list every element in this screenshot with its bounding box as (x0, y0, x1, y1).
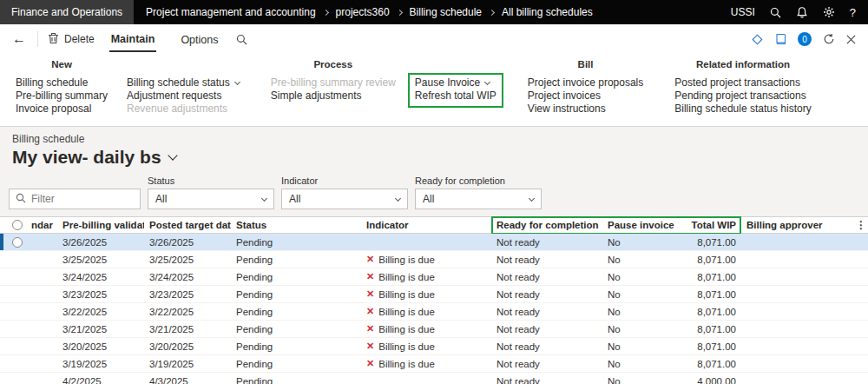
table-row[interactable]: 3/23/20253/23/2025Pending✕Billing is due… (0, 286, 868, 303)
apps-diamond-icon[interactable] (751, 33, 764, 46)
ribbon-item-project-invoice-proposals[interactable]: Project invoice proposals (528, 76, 643, 89)
table-row[interactable]: 3/19/20253/19/2025Pending✕Billing is due… (0, 355, 868, 373)
select-all-radio[interactable] (12, 220, 23, 230)
table-row[interactable]: 3/24/20253/24/2025Pending✕Billing is due… (0, 268, 868, 286)
cell-pause-invoice: No (602, 237, 679, 248)
cell-total-wip: 8,071.00 (679, 255, 741, 265)
indicator-filter-dropdown[interactable]: All (281, 189, 408, 209)
chevron-down-icon (484, 79, 490, 85)
column-header-total-wip[interactable]: Total WIP (679, 220, 741, 230)
ribbon-item-billing-schedule[interactable]: Billing schedule (16, 76, 108, 89)
column-header-indicator[interactable]: Indicator (361, 220, 491, 230)
cell-ready-for-completion: Not ready (491, 376, 602, 384)
table-row[interactable]: 3/22/20253/22/2025Pending✕Billing is due… (0, 303, 868, 321)
filter-bar: Status All Indicator All Ready for compl… (9, 175, 868, 209)
breadcrumb-section[interactable]: Billing schedule (410, 6, 482, 18)
breadcrumb-area[interactable]: projects360 (336, 6, 390, 18)
page-title[interactable]: My view- daily bs (12, 147, 176, 168)
billing-due-x-icon: ✕ (366, 289, 374, 299)
breadcrumb-page[interactable]: All billing schedules (502, 6, 593, 18)
ribbon-item-label: Project invoice proposals (528, 76, 643, 89)
cell-prebilling-validation: 3/22/2025 (57, 307, 144, 317)
help-icon[interactable]: ? (850, 6, 856, 19)
breadcrumb-module[interactable]: Project management and accounting (146, 6, 315, 18)
delete-button[interactable]: Delete (44, 32, 98, 47)
action-search-icon[interactable] (236, 34, 247, 45)
filter-input[interactable] (31, 193, 134, 205)
table-row[interactable]: 3/20/20253/20/2025Pending✕Billing is due… (0, 338, 868, 355)
action-pane-right-icons: 0 (751, 32, 859, 46)
cell-posted-target-date: 3/21/2025 (144, 324, 231, 334)
ribbon-item-view-instructions[interactable]: View instructions (528, 103, 643, 116)
column-header-billing-approver[interactable]: Billing approver (741, 220, 854, 230)
ribbon-item-refresh-total-wip[interactable]: Refresh total WIP (415, 89, 496, 103)
column-header-calendar[interactable]: ndar (30, 220, 57, 230)
cell-prebilling-validation: 3/25/2025 (57, 255, 144, 265)
task-guide-book-icon[interactable] (775, 33, 786, 45)
table-row[interactable]: 4/2/20254/3/2025PendingNot readyNo4,000.… (0, 373, 868, 384)
ribbon-item-label: Billing schedule status history (674, 103, 811, 116)
ribbon-item-label: Refresh total WIP (415, 89, 496, 103)
billing-due-x-icon: ✕ (366, 255, 374, 264)
ribbon-item-simple-adjustments[interactable]: Simple adjustments (271, 89, 396, 103)
column-header-prebilling-validation[interactable]: Pre-billing validatio… (57, 220, 144, 230)
cell-total-wip: 8,071.00 (679, 237, 741, 248)
ribbon-item-project-invoices[interactable]: Project invoices (528, 89, 643, 103)
cell-indicator: ✕Billing is due (361, 272, 491, 282)
column-header-ready-for-completion[interactable]: Ready for completion (491, 220, 602, 230)
ribbon-item-invoice-proposal[interactable]: Invoice proposal (16, 103, 108, 116)
quick-filter[interactable] (9, 189, 141, 209)
indicator-text: Billing is due (378, 307, 435, 317)
ready-filter-dropdown[interactable]: All (415, 189, 542, 209)
tab-options[interactable]: Options (179, 27, 220, 51)
ribbon-item-adjustment-requests[interactable]: Adjustment requests (127, 89, 240, 103)
cell-ready-for-completion: Not ready (491, 307, 602, 317)
status-filter-dropdown[interactable]: All (148, 189, 274, 209)
row-select-radio[interactable] (12, 237, 23, 248)
settings-gear-icon[interactable] (823, 6, 835, 18)
column-options-icon[interactable]: ⋮ (854, 219, 868, 231)
ribbon-item-posted-project-transactions[interactable]: Posted project transactions (674, 76, 811, 89)
ready-filter-label: Ready for completion (415, 175, 542, 186)
table-row[interactable]: 3/21/20253/21/2025Pending✕Billing is due… (0, 321, 868, 338)
ribbon-group-bill: BillProject invoice proposalsProject inv… (528, 59, 662, 116)
column-header-pause-invoice[interactable]: Pause invoice (602, 220, 679, 230)
ribbon-group-title: Related information (674, 59, 811, 73)
close-icon[interactable] (846, 35, 856, 44)
cell-posted-target-date: 3/25/2025 (144, 255, 231, 265)
ribbon-item-pre-billing-summary[interactable]: Pre-billing summary (16, 89, 108, 103)
ribbon-item-pause-invoice[interactable]: Pause Invoice (415, 76, 496, 89)
ribbon-item-billing-schedule-status[interactable]: Billing schedule status (127, 76, 240, 89)
app-name[interactable]: Finance and Operations (0, 0, 134, 24)
search-icon[interactable] (770, 7, 781, 18)
indicator-filter-label: Indicator (281, 175, 408, 186)
table-row[interactable]: 3/26/20253/26/2025PendingNot readyNo8,07… (0, 234, 868, 251)
chevron-down-icon (168, 150, 177, 160)
ribbon-item-billing-schedule-status-history[interactable]: Billing schedule status history (674, 103, 811, 116)
cell-prebilling-validation: 3/20/2025 (57, 341, 144, 352)
status-filter-value: All (155, 193, 167, 205)
ready-filter-group: Ready for completion All (415, 175, 542, 209)
column-header-posted-target-date[interactable]: Posted target date (144, 220, 231, 230)
cell-ready-for-completion: Not ready (491, 359, 602, 369)
cell-ready-for-completion: Not ready (491, 255, 602, 265)
company-picker[interactable]: USSI (731, 6, 755, 18)
cell-select (0, 237, 30, 248)
cell-pause-invoice: No (602, 376, 679, 384)
ribbon-item-label: Pending project transactions (674, 89, 806, 103)
column-header-status[interactable]: Status (231, 220, 361, 230)
cell-status: Pending (231, 289, 361, 300)
alerts-bell-icon[interactable] (796, 6, 808, 18)
table-row[interactable]: 3/25/20253/25/2025Pending✕Billing is due… (0, 251, 868, 268)
notification-count-badge[interactable]: 0 (798, 32, 812, 46)
ribbon-group-title: Bill (528, 59, 643, 73)
indicator-text: Billing is due (378, 289, 435, 300)
ribbon-item-label: Adjustment requests (127, 89, 221, 103)
tab-maintain[interactable]: Maintain (109, 26, 157, 52)
divider (37, 31, 38, 47)
back-arrow-icon[interactable]: ← (12, 32, 26, 46)
ribbon-group-related-information: Related informationPosted project transa… (674, 59, 830, 116)
cell-pause-invoice: No (602, 324, 679, 334)
ribbon-item-pending-project-transactions[interactable]: Pending project transactions (674, 89, 811, 103)
refresh-icon[interactable] (823, 33, 835, 45)
